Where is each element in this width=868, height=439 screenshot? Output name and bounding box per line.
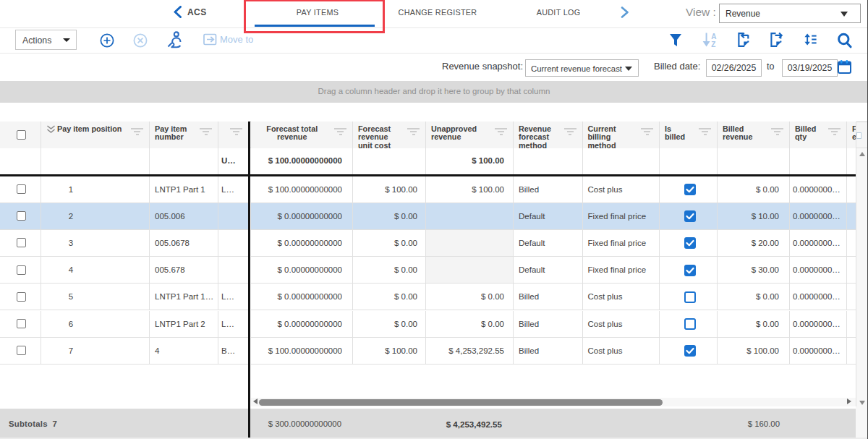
svg-text:Z: Z bbox=[711, 40, 715, 48]
svg-text:A: A bbox=[711, 32, 716, 40]
